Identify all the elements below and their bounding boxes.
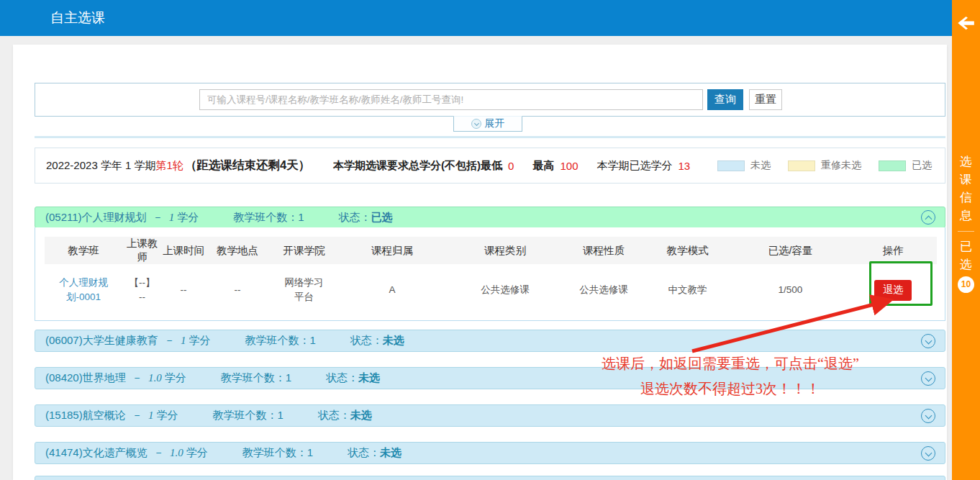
sidebar-divider [958,231,974,232]
college-cell: 网络学习平台 [270,264,338,316]
course-group-header-08420[interactable]: (08420)世界地理 －1.0学分 教学班个数：1 状态：未选 [35,367,945,389]
legend-swatch-selected [879,160,906,171]
back-arrow-icon[interactable] [957,16,976,32]
col-action: 操作 [849,237,937,264]
class-count-label: 教学班个数：1 [233,211,304,225]
min-credits-value: 0 [508,160,514,172]
legend-item-unselected: 未选 [717,159,771,172]
countdown-label: （距选课结束还剩4天） [185,158,310,173]
course-group-header-partial[interactable] [35,476,945,480]
status-legend: 未选 重修未选 已选 [717,148,932,183]
place-cell: -- [205,264,270,316]
top-header-bar: 自主选课 [0,0,980,36]
belong-cell: A [338,264,446,316]
credit-requirement-label: 本学期选课要求总学分(不包括)最低 [333,159,502,173]
course-title: (06007)大学生健康教育 －1学分 [45,334,210,348]
page-title: 自主选课 [50,0,105,36]
mode-cell: 中文教学 [643,264,732,316]
col-category: 课程类别 [446,237,564,264]
course-group-header-15185[interactable]: (15185)航空概论 －1学分 教学班个数：1 状态：未选 [35,404,945,427]
col-capacity: 已选/容量 [732,237,849,264]
drop-course-button[interactable]: 退选 [874,280,912,301]
col-class: 教学班 [45,237,122,264]
course-status: 状态：未选 [348,446,401,460]
col-belong: 课程归属 [338,237,446,264]
selected-count-badge: 10 [958,276,974,293]
selected-credits-value: 13 [678,160,690,172]
section-divider [35,136,945,138]
class-table: 教学班 上课教师 上课时间 教学地点 开课学院 课程归属 课程类别 课程性质 教… [45,237,937,316]
expand-toggle[interactable]: 展开 [453,116,522,132]
max-credits-value: 100 [560,160,578,172]
legend-item-selected: 已选 [879,159,932,172]
course-group-header-05211[interactable]: (05211)个人理财规划 －1学分 教学班个数：1 状态：已选 [35,207,945,228]
reset-button[interactable]: 重置 [749,89,782,110]
sidebar-tab-course-info[interactable]: 选课信息 [952,153,980,225]
round-label: 第1轮 [156,159,183,173]
teacher-cell: 【--】 -- [122,264,162,316]
expand-label: 展开 [485,117,505,130]
class-table-panel: 教学班 上课教师 上课时间 教学地点 开课学院 课程归属 课程类别 课程性质 教… [35,227,945,321]
col-nature: 课程性质 [564,237,643,264]
chevron-down-icon[interactable] [921,371,935,386]
legend-swatch-retake [788,160,815,171]
course-status: 状态：未选 [318,409,372,422]
max-credits-label: 最高 [532,159,554,173]
capacity-cell: 1/500 [732,264,849,316]
selected-credits-label: 本学期已选学分 [596,159,672,173]
time-cell: -- [162,264,205,316]
class-name-link[interactable]: 个人理财规划-0001 [59,277,108,302]
category-cell: 公共选修课 [446,264,564,316]
course-title: (41474)文化遗产概览 －1.0学分 [45,446,208,460]
legend-item-retake: 重修未选 [788,159,861,172]
course-title: (05211)个人理财规划 －1学分 [45,211,199,225]
term-info-bar: 2022-2023 学年 1 学期 第1轮 （距选课结束还剩4天） 本学期选课要… [35,148,945,184]
course-group-header-06007[interactable]: (06007)大学生健康教育 －1学分 教学班个数：1 状态：未选 [35,330,945,352]
legend-swatch-unselected [717,160,745,171]
chevron-down-icon[interactable] [921,334,935,348]
search-input[interactable] [199,89,703,110]
class-count-label: 教学班个数：1 [212,409,283,422]
chevron-down-circle-icon [471,119,481,129]
course-status: 状态：未选 [350,334,404,348]
col-time: 上课时间 [162,237,205,264]
query-button[interactable]: 查询 [707,89,743,110]
chevron-down-icon[interactable] [921,446,935,461]
chevron-down-icon[interactable] [921,409,935,423]
action-cell: 退选 [849,264,937,316]
class-count-label: 教学班个数：1 [221,371,291,385]
nature-cell: 公共选修课 [564,264,643,316]
course-group-header-41474[interactable]: (41474)文化遗产概览 －1.0学分 教学班个数：1 状态：未选 [35,442,945,464]
table-header-row: 教学班 上课教师 上课时间 教学地点 开课学院 课程归属 课程类别 课程性质 教… [45,237,937,264]
col-teacher: 上课教师 [122,237,162,264]
search-section: 查询 重置 [35,83,945,117]
course-status: 状态：已选 [339,211,393,225]
chevron-up-icon[interactable] [921,210,935,225]
col-place: 教学地点 [205,237,270,264]
sidebar-tab-selected[interactable]: 已选 [952,237,980,273]
class-count-label: 教学班个数：1 [242,446,313,460]
right-sidebar: 选课信息 已选 10 [952,0,980,480]
course-status: 状态：未选 [326,371,380,385]
col-mode: 教学模式 [643,237,732,264]
course-title: (15185)航空概论 －1学分 [45,409,178,422]
course-title: (08420)世界地理 －1.0学分 [45,371,186,385]
table-row: 个人理财规划-0001 【--】 -- -- -- 网络学习平台 A 公共选修课… [45,264,937,316]
term-label: 2022-2023 学年 1 学期 [46,159,156,173]
class-count-label: 教学班个数：1 [245,334,315,348]
col-college: 开课学院 [270,237,338,264]
